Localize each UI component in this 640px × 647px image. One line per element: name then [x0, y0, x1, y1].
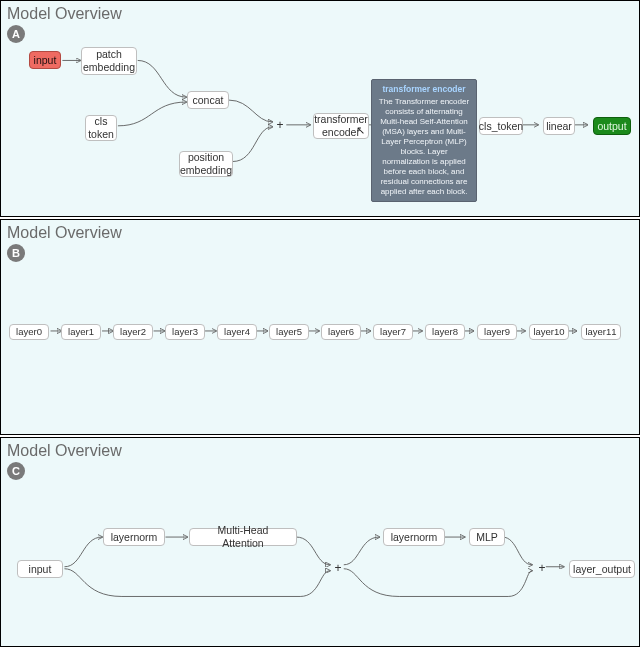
node-mlp[interactable]: MLP [469, 528, 505, 546]
node-input-label: input [34, 54, 57, 67]
node-patch-embedding[interactable]: patch embedding [81, 47, 137, 75]
panel-c-title: Model Overview [1, 438, 639, 460]
node-mha[interactable]: Multi-Head Attention [189, 528, 297, 546]
node-layer-2[interactable]: layer2 [113, 324, 153, 340]
node-layer-8[interactable]: layer8 [425, 324, 465, 340]
node-concat-label: concat [193, 94, 224, 107]
panel-b-title: Model Overview [1, 220, 639, 242]
panel-c: Model Overview C input layernorm Multi-H… [0, 437, 640, 647]
node-mlp-label: MLP [476, 531, 498, 544]
node-transformer-encoder-label: transformer encoder [314, 113, 368, 138]
tooltip-title: transformer encoder [378, 84, 470, 95]
panel-a-title: Model Overview [1, 1, 639, 23]
node-layer-3[interactable]: layer3 [165, 324, 205, 340]
tooltip-body: The Transformer encoder consists of alte… [379, 97, 469, 196]
plus-c2: + [537, 563, 547, 573]
panel-c-badge: C [7, 462, 25, 480]
node-layer-0[interactable]: layer0 [9, 324, 49, 340]
panel-b: Model Overview B layer0layer1layer2layer… [0, 219, 640, 435]
node-layernorm2-label: layernorm [391, 531, 438, 544]
plus-a: + [275, 120, 285, 130]
node-layer-7-label: layer7 [380, 326, 406, 337]
node-concat[interactable]: concat [187, 91, 229, 109]
tooltip-transformer-encoder: transformer encoder The Transformer enco… [371, 79, 477, 202]
node-linear-label: linear [546, 120, 572, 133]
panel-a-badge: A [7, 25, 25, 43]
node-cls-token-in[interactable]: cls token [85, 115, 117, 141]
node-transformer-encoder[interactable]: transformer encoder [313, 113, 369, 139]
node-layernorm1-label: layernorm [111, 531, 158, 544]
node-layer-5[interactable]: layer5 [269, 324, 309, 340]
node-position-embedding[interactable]: position embedding [179, 151, 233, 177]
node-input[interactable]: input [29, 51, 61, 69]
panel-b-badge: B [7, 244, 25, 262]
node-layer-1-label: layer1 [68, 326, 94, 337]
node-output-label: output [597, 120, 626, 133]
node-layer-9-label: layer9 [484, 326, 510, 337]
node-cls-token-in-label: cls token [88, 115, 114, 140]
node-layer-5-label: layer5 [276, 326, 302, 337]
node-c-input-label: input [29, 563, 52, 576]
node-cls-token-out-label: cls_token [479, 120, 523, 133]
panel-c-wires [1, 438, 639, 646]
node-layernorm1[interactable]: layernorm [103, 528, 165, 546]
node-layer-6-label: layer6 [328, 326, 354, 337]
node-linear[interactable]: linear [543, 117, 575, 135]
node-layer-0-label: layer0 [16, 326, 42, 337]
node-layer-output[interactable]: layer_output [569, 560, 635, 578]
node-mha-label: Multi-Head Attention [196, 524, 290, 549]
node-layer-10[interactable]: layer10 [529, 324, 569, 340]
node-layer-10-label: layer10 [533, 326, 564, 337]
node-layer-11-label: layer11 [585, 326, 616, 337]
node-cls-token-out[interactable]: cls_token [479, 117, 523, 135]
node-layer-8-label: layer8 [432, 326, 458, 337]
node-layernorm2[interactable]: layernorm [383, 528, 445, 546]
plus-c1: + [333, 563, 343, 573]
node-layer-4[interactable]: layer4 [217, 324, 257, 340]
node-layer-output-label: layer_output [573, 563, 631, 576]
node-layer-3-label: layer3 [172, 326, 198, 337]
node-layer-2-label: layer2 [120, 326, 146, 337]
panel-a-wires [1, 1, 639, 216]
node-output[interactable]: output [593, 117, 631, 135]
node-layer-11[interactable]: layer11 [581, 324, 621, 340]
node-layer-6[interactable]: layer6 [321, 324, 361, 340]
node-patch-embedding-label: patch embedding [83, 48, 135, 73]
node-layer-7[interactable]: layer7 [373, 324, 413, 340]
node-c-input[interactable]: input [17, 560, 63, 578]
panel-a: Model Overview A input patch embedding c… [0, 0, 640, 217]
node-layer-4-label: layer4 [224, 326, 250, 337]
node-layer-9[interactable]: layer9 [477, 324, 517, 340]
node-layer-1[interactable]: layer1 [61, 324, 101, 340]
node-position-embedding-label: position embedding [180, 151, 232, 176]
